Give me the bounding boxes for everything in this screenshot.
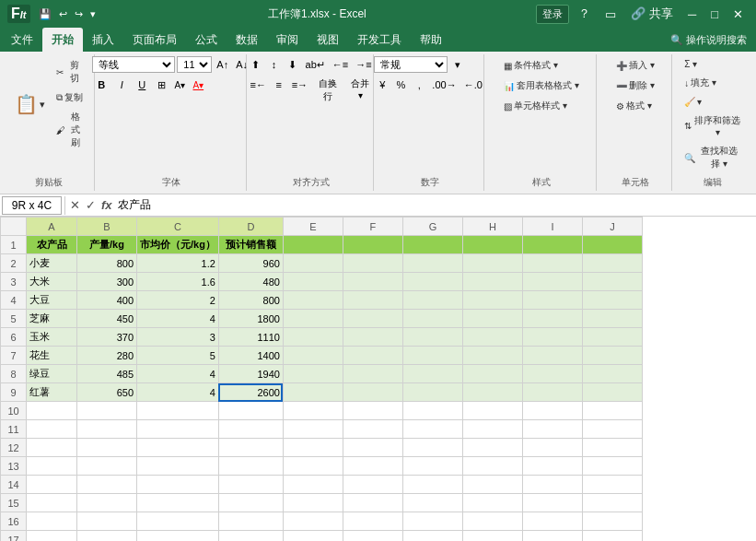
cell-C14[interactable]	[137, 476, 219, 494]
col-header-D[interactable]: D	[218, 218, 283, 236]
cell-B7[interactable]: 280	[77, 347, 137, 365]
row-header-cell[interactable]: 16	[1, 512, 27, 531]
insert-function-button[interactable]: fx	[99, 198, 114, 212]
row-header-cell[interactable]: 5	[1, 310, 27, 328]
cell-G6[interactable]	[402, 328, 462, 347]
cell-F10[interactable]	[343, 402, 402, 420]
cell-J9[interactable]	[582, 383, 642, 402]
tab-review[interactable]: 审阅	[267, 28, 308, 52]
paste-button[interactable]: 📋 ▾	[10, 90, 50, 118]
cell-A6[interactable]: 玉米	[27, 328, 77, 347]
fill-color-button[interactable]: A▾	[171, 76, 188, 93]
format-cells-button[interactable]: ⚙ 格式 ▾	[611, 97, 657, 115]
col-header-E[interactable]: E	[283, 218, 343, 236]
cell-F16[interactable]	[343, 512, 402, 531]
cell-D5[interactable]: 1800	[218, 310, 283, 328]
cell-D10[interactable]	[218, 402, 283, 420]
cell-G14[interactable]	[402, 476, 462, 494]
cell-F6[interactable]	[343, 328, 402, 347]
cell-H17[interactable]	[462, 531, 522, 542]
cell-C6[interactable]: 3	[137, 328, 219, 347]
cell-A5[interactable]: 芝麻	[27, 310, 77, 328]
cell-A7[interactable]: 花生	[27, 347, 77, 365]
cell-A13[interactable]	[27, 457, 77, 476]
cell-C17[interactable]	[137, 531, 219, 542]
cell-H6[interactable]	[462, 328, 522, 347]
cell-E1[interactable]	[283, 236, 343, 254]
cell-A10[interactable]	[27, 402, 77, 420]
share-button[interactable]: 🔗 共享	[625, 4, 679, 24]
formula-confirm-button[interactable]: ✓	[84, 198, 98, 212]
cell-I17[interactable]	[522, 531, 582, 542]
increase-font-button[interactable]: A↑	[214, 56, 231, 73]
cell-F4[interactable]	[343, 291, 402, 310]
cell-A11[interactable]	[27, 420, 77, 439]
cell-D7[interactable]: 1400	[218, 347, 283, 365]
percent-button[interactable]: %	[392, 76, 409, 93]
row-header-cell[interactable]: 7	[1, 347, 27, 365]
border-button[interactable]: ⊞	[153, 76, 169, 93]
cell-G9[interactable]	[402, 383, 462, 402]
delete-cells-button[interactable]: ➖ 删除 ▾	[611, 76, 659, 95]
quick-access-more-button[interactable]: ▾	[87, 7, 99, 21]
cell-E7[interactable]	[283, 347, 343, 365]
row-header-cell[interactable]: 10	[1, 402, 27, 420]
tab-view[interactable]: 视图	[308, 28, 348, 52]
cell-A3[interactable]: 大米	[27, 273, 77, 291]
row-header-cell[interactable]: 14	[1, 476, 27, 494]
indent-increase-button[interactable]: →≡	[353, 56, 374, 73]
cell-E16[interactable]	[283, 512, 343, 531]
cell-B6[interactable]: 370	[77, 328, 137, 347]
cell-G2[interactable]	[402, 254, 462, 273]
cell-E17[interactable]	[283, 531, 343, 542]
cell-D4[interactable]: 800	[218, 291, 283, 310]
wrap-text-button[interactable]: 自换行	[312, 76, 344, 93]
cell-H1[interactable]	[462, 236, 522, 254]
cell-I12[interactable]	[522, 439, 582, 457]
cell-E10[interactable]	[283, 402, 343, 420]
tab-data[interactable]: 数据	[227, 28, 267, 52]
indent-decrease-button[interactable]: ←≡	[330, 56, 351, 73]
font-name-select[interactable]: 等线	[92, 56, 175, 73]
cell-D17[interactable]	[218, 531, 283, 542]
cell-C8[interactable]: 4	[137, 365, 219, 383]
cell-D11[interactable]	[218, 420, 283, 439]
cell-A2[interactable]: 小麦	[27, 254, 77, 273]
cell-C16[interactable]	[137, 512, 219, 531]
fill-button[interactable]: ↓ 填充 ▾	[680, 74, 721, 92]
cell-G10[interactable]	[402, 402, 462, 420]
cell-G5[interactable]	[402, 310, 462, 328]
cell-E15[interactable]	[283, 494, 343, 512]
help-icon[interactable]: ？	[573, 4, 596, 24]
cell-F14[interactable]	[343, 476, 402, 494]
cell-I8[interactable]	[522, 365, 582, 383]
cell-B8[interactable]: 485	[77, 365, 137, 383]
sheet-area[interactable]: A B C D E F G H I J 1农产品产量/kg市均价（元/kg）预计…	[0, 217, 756, 541]
cell-C2[interactable]: 1.2	[137, 254, 219, 273]
copy-button[interactable]: ⧉复制	[52, 88, 88, 107]
increase-decimal-button[interactable]: .00→	[429, 76, 459, 93]
cell-G8[interactable]	[402, 365, 462, 383]
cell-D14[interactable]	[218, 476, 283, 494]
col-header-I[interactable]: I	[522, 218, 582, 236]
cell-A12[interactable]	[27, 439, 77, 457]
cell-B11[interactable]	[77, 420, 137, 439]
cell-G17[interactable]	[402, 531, 462, 542]
cell-B9[interactable]: 650	[77, 383, 137, 402]
cell-I9[interactable]	[522, 383, 582, 402]
cell-I14[interactable]	[522, 476, 582, 494]
autosum-button[interactable]: Σ ▾	[680, 56, 701, 72]
cell-J2[interactable]	[582, 254, 642, 273]
cell-D9[interactable]: 2600	[218, 383, 283, 402]
number-format-select[interactable]: 常规	[374, 56, 448, 73]
minimize-button[interactable]: ─	[682, 6, 702, 23]
row-header-cell[interactable]: 17	[1, 531, 27, 542]
name-box[interactable]	[2, 196, 62, 215]
cell-F1[interactable]	[343, 236, 402, 254]
cell-E12[interactable]	[283, 439, 343, 457]
cell-B15[interactable]	[77, 494, 137, 512]
cell-B3[interactable]: 300	[77, 273, 137, 291]
cell-D13[interactable]	[218, 457, 283, 476]
cell-E6[interactable]	[283, 328, 343, 347]
row-header-cell[interactable]: 1	[1, 236, 27, 254]
